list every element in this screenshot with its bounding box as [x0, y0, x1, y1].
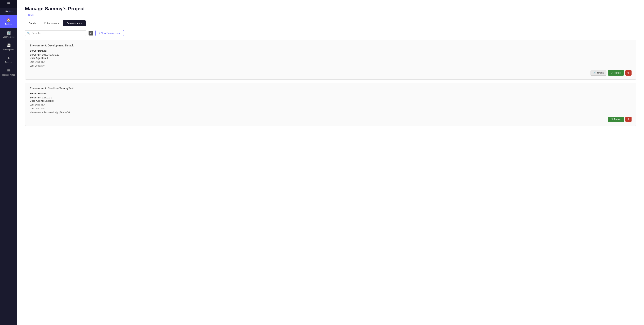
main-content: Manage Sammy's Project ← Back Details Co…	[17, 0, 644, 325]
unlink-icon-1: 🔗	[594, 72, 596, 74]
tabs: Details Collaborators Environments	[25, 20, 636, 26]
protect-button-1[interactable]: 🛡 Protect	[608, 70, 624, 76]
sidebar-item-projects[interactable]: 🏠 Projects	[0, 15, 17, 28]
env-label-prefix-1: Environment:	[30, 44, 47, 47]
last-used-1: Last Used: N/A	[30, 65, 632, 67]
toolbar: 🔍 ✕ + New Environment	[25, 30, 636, 36]
sidebar-top-bar: ☰	[0, 0, 17, 8]
user-agent-line-1: User Agent: null	[30, 57, 632, 60]
card-actions-1: 🔗 Unlink 🛡 Protect 🗑	[30, 70, 632, 76]
maintenance-password-2: Maintenance Password: VgpjSAmbyQit	[30, 111, 632, 114]
last-used-2: Last Used: N/A	[30, 107, 632, 110]
page-title: Manage Sammy's Project	[25, 6, 636, 12]
env-label-prefix-2: Environment:	[30, 87, 47, 90]
protect-button-2[interactable]: 🛡 Protect	[608, 117, 624, 122]
tab-collaborators[interactable]: Collaborators	[40, 20, 63, 26]
logo-text: divblox	[4, 10, 13, 13]
unlink-button-1[interactable]: 🔗 Unlink	[590, 70, 606, 76]
shield-icon-2: 🛡	[611, 118, 613, 121]
release-notes-icon: ☰	[7, 69, 10, 73]
sidebar-item-patches[interactable]: ⬇ Patches	[0, 53, 17, 66]
last-sync-2: Last Sync: N/A	[30, 103, 632, 106]
last-sync-1: Last Sync: N/A	[30, 61, 632, 63]
card-actions-2: 🛡 Protect 🗑	[30, 117, 632, 122]
server-details-title-1: Server Details:	[30, 49, 632, 52]
clear-search-button[interactable]: ✕	[88, 31, 93, 36]
sidebar-item-release-notes[interactable]: ☰ Release Notes	[0, 66, 17, 79]
tab-details[interactable]: Details	[25, 20, 40, 26]
delete-button-1[interactable]: 🗑	[626, 70, 632, 76]
sidebar-item-organisations[interactable]: 🏢 Organisations	[0, 28, 17, 41]
projects-icon: 🏠	[6, 18, 11, 22]
server-ip-line-1: Server IP: 105.242.43.113	[30, 53, 632, 56]
shield-icon-1: 🛡	[611, 72, 613, 74]
delete-button-2[interactable]: 🗑	[626, 117, 632, 122]
organisations-icon: 🏢	[6, 31, 11, 35]
new-environment-button[interactable]: + New Environment	[96, 30, 124, 36]
env-name-value-1: Development_Default	[48, 44, 74, 47]
user-agent-line-2: User Agent: Sandbox	[30, 99, 632, 102]
back-link[interactable]: ← Back	[25, 14, 34, 17]
search-input[interactable]	[32, 32, 84, 35]
search-icon: 🔍	[27, 32, 30, 35]
env-name-2: Environment: Sandbox-SammySmith	[30, 87, 632, 90]
env-name-1: Environment: Development_Default	[30, 44, 632, 47]
environment-card-1: Environment: Development_Default Server …	[25, 40, 636, 80]
sidebar-item-subscriptions[interactable]: 💾 Subscriptions	[0, 41, 17, 53]
tab-environments[interactable]: Environments	[63, 20, 86, 26]
search-wrapper: 🔍	[25, 30, 86, 36]
server-ip-line-2: Server IP: 127.0.0.1	[30, 96, 632, 99]
logo-area: divblox	[0, 8, 17, 15]
subscriptions-icon: 💾	[6, 43, 11, 48]
environment-card-2: Environment: Sandbox-SammySmith Server D…	[25, 83, 636, 126]
sidebar: ☰ divblox 🏠 Projects 🏢 Organisations 💾 S…	[0, 0, 17, 325]
hamburger-icon[interactable]: ☰	[7, 2, 10, 6]
env-name-value-2: Sandbox-SammySmith	[48, 87, 75, 90]
patches-icon: ⬇	[7, 56, 10, 60]
server-details-title-2: Server Details:	[30, 92, 632, 95]
